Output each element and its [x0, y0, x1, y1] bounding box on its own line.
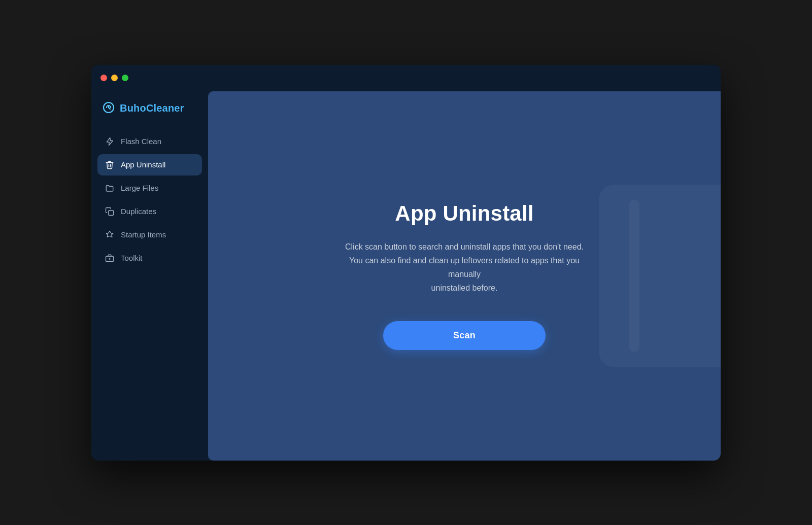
logo-icon	[103, 101, 115, 116]
svg-rect-0	[109, 210, 114, 215]
sidebar-label-large-files: Large Files	[121, 184, 158, 192]
logo-text: BuhoCleaner	[120, 102, 184, 114]
app-window: BuhoCleaner Flash Clean App Uninstall	[91, 65, 721, 461]
title-bar	[91, 65, 721, 91]
sidebar-item-flash-clean[interactable]: Flash Clean	[97, 131, 202, 152]
sidebar-nav: Flash Clean App Uninstall Large Files	[91, 131, 208, 269]
startup-icon	[105, 230, 115, 240]
sidebar-item-large-files[interactable]: Large Files	[97, 178, 202, 199]
sidebar-label-startup-items: Startup Items	[121, 230, 166, 239]
sidebar-label-toolkit: Toolkit	[121, 254, 143, 262]
sidebar-item-app-uninstall[interactable]: App Uninstall	[97, 154, 202, 176]
copy-icon	[105, 206, 115, 217]
scan-button[interactable]: Scan	[383, 321, 546, 350]
folder-icon	[105, 183, 115, 193]
maximize-button[interactable]	[122, 75, 128, 81]
flash-icon	[105, 136, 115, 147]
sidebar: BuhoCleaner Flash Clean App Uninstall	[91, 91, 208, 461]
logo-area: BuhoCleaner	[91, 101, 208, 131]
sidebar-item-toolkit[interactable]: Toolkit	[97, 248, 202, 269]
page-title: App Uninstall	[343, 201, 586, 226]
page-description: Click scan button to search and uninstal…	[343, 240, 586, 295]
center-panel: App Uninstall Click scan button to searc…	[322, 181, 606, 371]
sidebar-item-startup-items[interactable]: Startup Items	[97, 224, 202, 246]
trash-icon	[105, 160, 115, 170]
close-button[interactable]	[100, 75, 107, 81]
minimize-button[interactable]	[111, 75, 118, 81]
main-content: App Uninstall Click scan button to searc…	[208, 91, 721, 461]
sidebar-label-flash-clean: Flash Clean	[121, 137, 161, 146]
sidebar-item-duplicates[interactable]: Duplicates	[97, 201, 202, 222]
sidebar-label-app-uninstall: App Uninstall	[121, 160, 165, 169]
toolkit-icon	[105, 253, 115, 263]
app-body: BuhoCleaner Flash Clean App Uninstall	[91, 91, 721, 461]
traffic-lights	[100, 75, 128, 81]
sidebar-label-duplicates: Duplicates	[121, 207, 156, 216]
